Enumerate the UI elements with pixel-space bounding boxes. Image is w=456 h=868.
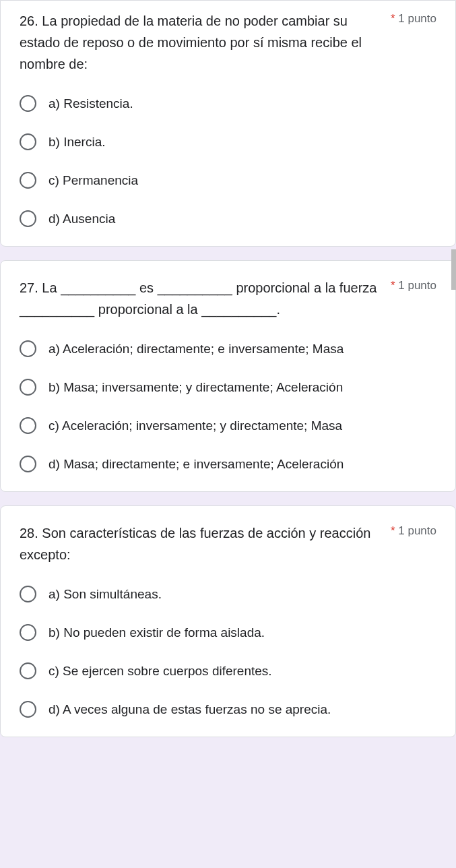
points-text: 1 punto [398, 12, 436, 25]
option-row[interactable]: c) Se ejercen sobre cuerpos diferentes. [20, 662, 436, 679]
options-list: a) Aceleración; directamente; e inversam… [20, 340, 436, 472]
options-list: a) Resistencia. b) Inercia. c) Permanenc… [20, 95, 436, 227]
radio-icon[interactable] [20, 379, 36, 396]
radio-icon[interactable] [20, 624, 36, 641]
radio-icon[interactable] [20, 417, 36, 434]
points-label: * 1 punto [391, 12, 436, 26]
option-label: b) Inercia. [48, 135, 105, 150]
question-text: 26. La propiedad de la materia de no pod… [20, 10, 391, 75]
points-text: 1 punto [398, 524, 436, 537]
radio-icon[interactable] [20, 456, 36, 472]
question-text: 27. La __________ es __________ proporci… [20, 277, 391, 320]
required-star-icon: * [391, 279, 395, 292]
options-list: a) Son simultáneas. b) No pueden existir… [20, 586, 436, 718]
option-label: b) No pueden existir de forma aislada. [48, 625, 265, 640]
radio-icon[interactable] [20, 95, 36, 112]
radio-icon[interactable] [20, 701, 36, 718]
option-row[interactable]: a) Son simultáneas. [20, 586, 436, 602]
option-row[interactable]: a) Aceleración; directamente; e inversam… [20, 340, 436, 357]
option-row[interactable]: d) Masa; directamente; e inversamente; A… [20, 456, 436, 472]
option-label: a) Resistencia. [48, 96, 133, 111]
points-label: * 1 punto [391, 524, 436, 538]
option-label: c) Permanencia [48, 173, 138, 188]
option-label: d) A veces alguna de estas fuerzas no se… [48, 702, 331, 717]
option-row[interactable]: b) Inercia. [20, 133, 436, 150]
question-text: 28. Son características de las fuerzas d… [20, 522, 391, 565]
question-card-27: 27. La __________ es __________ proporci… [0, 260, 456, 492]
radio-icon[interactable] [20, 662, 36, 679]
radio-icon[interactable] [20, 340, 36, 357]
option-label: c) Se ejercen sobre cuerpos diferentes. [48, 664, 272, 679]
option-row[interactable]: d) A veces alguna de estas fuerzas no se… [20, 701, 436, 718]
option-row[interactable]: c) Permanencia [20, 172, 436, 189]
required-star-icon: * [391, 12, 395, 25]
option-row[interactable]: b) No pueden existir de forma aislada. [20, 624, 436, 641]
question-card-26: 26. La propiedad de la materia de no pod… [0, 0, 456, 247]
option-label: d) Masa; directamente; e inversamente; A… [48, 457, 344, 472]
option-row[interactable]: a) Resistencia. [20, 95, 436, 112]
option-label: a) Son simultáneas. [48, 587, 162, 602]
option-label: b) Masa; inversamente; y directamente; A… [48, 380, 343, 395]
question-card-28: 28. Son características de las fuerzas d… [0, 505, 456, 737]
option-row[interactable]: d) Ausencia [20, 210, 436, 227]
option-label: c) Aceleración; inversamente; y directam… [48, 418, 342, 433]
option-label: d) Ausencia [48, 212, 115, 226]
radio-icon[interactable] [20, 172, 36, 189]
radio-icon[interactable] [20, 210, 36, 227]
question-header: 27. La __________ es __________ proporci… [20, 277, 436, 320]
points-label: * 1 punto [391, 279, 436, 292]
option-label: a) Aceleración; directamente; e inversam… [48, 342, 344, 356]
radio-icon[interactable] [20, 586, 36, 602]
option-row[interactable]: c) Aceleración; inversamente; y directam… [20, 417, 436, 434]
option-row[interactable]: b) Masa; inversamente; y directamente; A… [20, 379, 436, 396]
scrollbar-thumb[interactable] [451, 249, 456, 290]
question-header: 26. La propiedad de la materia de no pod… [20, 10, 436, 75]
question-header: 28. Son características de las fuerzas d… [20, 522, 436, 565]
points-text: 1 punto [398, 279, 436, 292]
radio-icon[interactable] [20, 133, 36, 150]
required-star-icon: * [391, 524, 395, 537]
